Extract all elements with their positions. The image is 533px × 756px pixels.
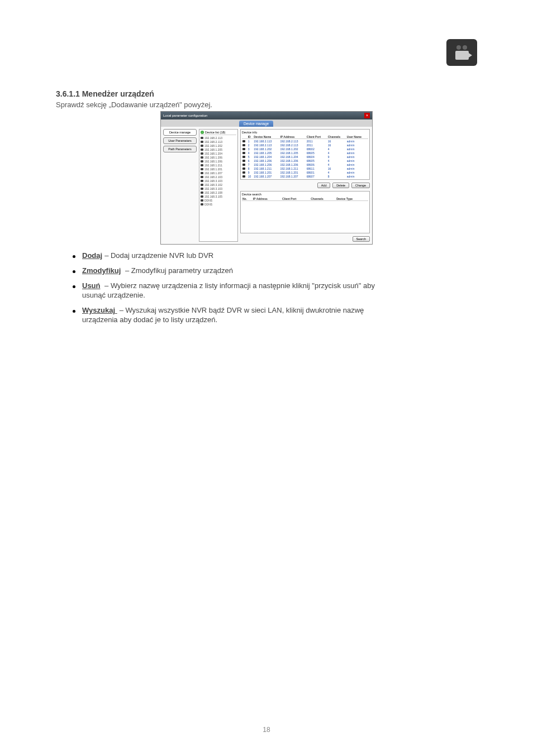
device-icon: [242, 140, 245, 142]
table-row[interactable]: 10192.168.1.207192.168.1.207686078admin: [242, 174, 368, 178]
device-icon: [201, 156, 203, 159]
device-icon: [201, 195, 203, 198]
device-list-item[interactable]: 192.168.2.108: [201, 190, 236, 194]
table-row[interactable]: 8192.168.1.211192.168.1.2116861116admin: [242, 166, 368, 170]
table-row[interactable]: 5192.168.1.204192.168.1.204686049admin: [242, 155, 368, 159]
bullet-item: Usuń – Wybierz nazwę urządzenia z listy …: [73, 281, 477, 299]
table-row[interactable]: 9192.168.1.201192.168.1.201686014admin: [242, 170, 368, 174]
close-icon[interactable]: ×: [364, 113, 370, 118]
device-icon: [201, 149, 203, 151]
device-list-item[interactable]: 192.168.3.105: [201, 194, 236, 198]
device-icon: [242, 148, 245, 150]
device-list-item[interactable]: DDNS: [201, 198, 236, 202]
device-info-panel: Device info IDDevice NameIP AddressClien…: [240, 129, 370, 180]
device-icon: [242, 175, 245, 178]
delete-button[interactable]: Delete: [332, 183, 349, 188]
device-icon: [242, 160, 245, 162]
button-row: Add Delete Change: [240, 181, 370, 189]
logo-dot: [463, 45, 467, 50]
column-header: User Name: [346, 135, 368, 139]
device-icon: [242, 164, 245, 166]
change-button[interactable]: Change: [351, 183, 370, 188]
add-button[interactable]: Add: [317, 183, 331, 188]
device-search-table: No.IP AddressClient PortChannelsDevice T…: [242, 197, 368, 201]
device-icon: [201, 172, 203, 174]
device-list-item[interactable]: 192.168.1.204: [201, 151, 236, 155]
bullet-text: – Zmodyfikuj parametry urządzeń: [123, 266, 233, 275]
bullet-dot-icon: [73, 285, 75, 288]
bullet-item: Zmodyfikuj – Zmodyfikuj parametry urządz…: [73, 266, 477, 275]
device-icon: [201, 137, 203, 139]
device-icon: [201, 203, 203, 205]
section-title: 3.6.1.1 Menedżer urządzeń: [56, 89, 477, 98]
device-list-item[interactable]: 192.168.1.202: [201, 143, 236, 147]
tab-device-manage[interactable]: Device manage: [239, 121, 273, 127]
left-nav: Device manage User Parameters Path Param…: [163, 129, 197, 242]
device-icon: [242, 152, 245, 154]
column-header: IP Address: [253, 197, 282, 201]
window-titlebar: Local parameter configuration ×: [161, 112, 372, 119]
device-icon: [201, 141, 203, 143]
device-icon: [201, 145, 203, 147]
column-header: Channels: [310, 197, 336, 201]
nav-user-parameters[interactable]: User Parameters: [163, 137, 197, 144]
device-icon: [201, 180, 203, 182]
device-list-item[interactable]: 192.168.1.206: [201, 159, 236, 163]
device-list-item[interactable]: 192.168.2.103: [201, 175, 236, 179]
device-list-header-text: Device list (18): [205, 131, 225, 134]
window-title: Local parameter configuration: [163, 114, 207, 117]
bullet-text: – Wybierz nazwę urządzenia z listy infor…: [103, 281, 375, 290]
device-icon: [201, 192, 203, 194]
bullet-text: – Wyszukaj wszystkie NVR bądź DVR w siec…: [120, 306, 364, 314]
device-search-label: Device search: [242, 193, 368, 196]
bullet-subtext: urządzenia aby dodać je to listy urządze…: [82, 315, 364, 324]
table-row[interactable]: 3192.168.1.202192.168.1.202686024admin: [242, 147, 368, 151]
table-row[interactable]: 7192.168.1.206192.168.1.206686064admin: [242, 162, 368, 166]
device-icon: [201, 168, 203, 170]
device-list-item[interactable]: 192.168.3.103: [201, 186, 236, 190]
bullet-label: Usuń: [82, 281, 101, 290]
device-list-item[interactable]: 192.168.1.205: [201, 147, 236, 151]
table-row[interactable]: 6192.168.1.206192.168.1.206686054admin: [242, 159, 368, 162]
bullet-item: Wyszukaj – Wyszukaj wszystkie NVR bądź D…: [73, 306, 477, 324]
column-header: Client Port: [282, 197, 310, 201]
bullet-label: Dodaj: [82, 251, 102, 260]
bullets-list: Dodaj– Dodaj urządzenie NVR lub DVRZmody…: [73, 251, 477, 324]
section-intro: Sprawdź sekcję „Dodawanie urządzeń" powy…: [56, 101, 477, 109]
column-header: Device Name: [253, 135, 279, 139]
bullet-subtext: usunąć urządzenie.: [82, 291, 375, 299]
device-icon: [201, 176, 203, 178]
device-list-item[interactable]: 192.168.2.113: [201, 140, 236, 143]
camera-logo: [446, 39, 477, 66]
device-list-item[interactable]: 192.168.1.201: [201, 167, 236, 171]
table-row[interactable]: 2192.168.2.113192.168.2.113201116admin: [242, 143, 368, 147]
bullet-item: Dodaj– Dodaj urządzenie NVR lub DVR: [73, 251, 477, 260]
table-row[interactable]: 4192.168.1.205192.168.1.205686054admin: [242, 151, 368, 155]
page-number: 18: [263, 726, 270, 734]
logo-dot: [456, 45, 461, 50]
device-list-item[interactable]: 192.168.1.211: [201, 163, 236, 167]
bullet-text: – Dodaj urządzenie NVR lub DVR: [104, 251, 213, 260]
tab-bar: Device manage: [161, 119, 372, 127]
device-list-item[interactable]: 192.168.3.102: [201, 183, 236, 186]
device-icon: [242, 156, 245, 158]
nav-path-parameters[interactable]: Path Parameters: [163, 146, 197, 152]
device-list-item[interactable]: 192.168.2.113: [201, 136, 236, 140]
device-list-item[interactable]: DDNS: [201, 202, 236, 206]
device-info-label: Device info: [242, 131, 368, 134]
bullet-dot-icon: [73, 255, 75, 258]
column-header: Channels: [327, 135, 346, 139]
column-header: Client Port: [306, 135, 327, 139]
nav-device-manage[interactable]: Device manage: [163, 129, 197, 136]
bullet-label: Zmodyfikuj: [82, 266, 121, 275]
search-button[interactable]: Search: [353, 236, 370, 242]
device-list-item[interactable]: 192.168.3.103: [201, 179, 236, 183]
column-header: No.: [242, 197, 253, 201]
table-row[interactable]: 1192.168.2.113192.168.2.113201116admin: [242, 139, 368, 143]
column-header: ID: [248, 135, 254, 139]
column-header: IP Address: [280, 135, 306, 139]
device-list-item[interactable]: 192.168.1.207: [201, 171, 236, 175]
device-list-item[interactable]: 192.168.1.206: [201, 155, 236, 159]
device-icon: [201, 184, 203, 186]
column-header: [242, 135, 248, 139]
